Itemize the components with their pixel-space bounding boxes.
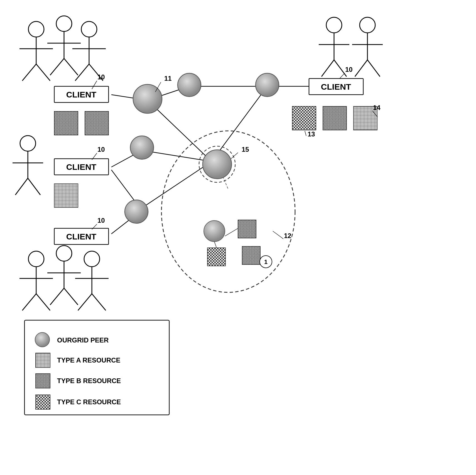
svg-line-81 [36, 64, 50, 81]
svg-rect-33 [207, 248, 225, 266]
svg-text:13: 13 [308, 130, 315, 138]
svg-line-91 [89, 64, 103, 81]
svg-point-38 [133, 84, 162, 113]
diagram-container: 1 11 15 12 CLIENT 10 CLIENT [0, 0, 476, 475]
svg-text:1: 1 [264, 258, 268, 265]
svg-line-116 [334, 60, 347, 77]
svg-rect-127 [36, 374, 50, 388]
svg-text:15: 15 [242, 146, 249, 153]
svg-rect-31 [238, 220, 256, 238]
svg-line-66 [340, 73, 345, 79]
svg-line-95 [15, 178, 28, 195]
svg-line-90 [75, 64, 89, 81]
svg-line-101 [36, 294, 50, 310]
svg-point-41 [130, 136, 154, 159]
svg-point-117 [360, 17, 375, 33]
svg-line-19 [111, 170, 136, 203]
svg-point-82 [56, 16, 72, 31]
svg-text:TYPE A RESOURCE: TYPE A RESOURCE [57, 356, 121, 364]
svg-text:11: 11 [164, 75, 172, 82]
svg-line-50 [273, 231, 283, 239]
svg-text:10: 10 [97, 146, 105, 153]
svg-line-74 [305, 131, 306, 136]
svg-line-111 [92, 294, 106, 310]
svg-point-30 [204, 221, 225, 242]
svg-line-115 [322, 60, 334, 77]
network-diagram-svg: 1 11 15 12 CLIENT 10 CLIENT [0, 0, 476, 475]
svg-text:TYPE B RESOURCE: TYPE B RESOURCE [57, 377, 121, 385]
svg-line-106 [64, 288, 78, 305]
svg-rect-71 [323, 106, 347, 130]
svg-line-96 [28, 178, 40, 195]
svg-line-120 [355, 60, 367, 77]
svg-line-121 [367, 60, 380, 77]
svg-point-42 [125, 200, 148, 223]
svg-text:CLIENT: CLIENT [66, 90, 96, 99]
svg-text:14: 14 [373, 104, 381, 111]
svg-rect-70 [292, 106, 316, 130]
svg-text:10: 10 [345, 66, 353, 73]
svg-rect-67 [54, 111, 78, 135]
svg-text:10: 10 [97, 217, 105, 224]
svg-line-24 [136, 161, 212, 212]
svg-rect-125 [36, 353, 50, 368]
svg-point-43 [178, 73, 201, 97]
svg-point-107 [84, 251, 100, 267]
svg-point-92 [20, 136, 36, 151]
svg-text:OURGRID PEER: OURGRID PEER [57, 336, 109, 344]
svg-point-44 [256, 73, 279, 97]
svg-line-34 [214, 242, 217, 248]
svg-point-77 [28, 21, 44, 37]
svg-point-87 [81, 21, 97, 37]
svg-point-112 [326, 17, 342, 33]
svg-point-45 [203, 150, 232, 179]
svg-line-35 [225, 228, 238, 236]
svg-text:TYPE C RESOURCE: TYPE C RESOURCE [57, 398, 121, 406]
svg-point-102 [56, 246, 72, 261]
svg-text:10: 10 [97, 73, 105, 81]
svg-rect-68 [85, 111, 109, 135]
svg-point-123 [35, 332, 50, 347]
svg-line-100 [22, 294, 36, 310]
svg-line-48 [231, 153, 238, 159]
svg-text:12: 12 [284, 232, 291, 239]
svg-rect-32 [242, 246, 260, 265]
svg-rect-129 [36, 395, 50, 409]
svg-line-110 [78, 294, 92, 310]
svg-line-86 [64, 58, 78, 75]
svg-rect-69 [54, 184, 78, 207]
svg-line-105 [50, 288, 64, 305]
svg-line-80 [22, 64, 36, 81]
svg-text:CLIENT: CLIENT [321, 82, 351, 91]
svg-text:CLIENT: CLIENT [66, 232, 96, 241]
svg-text:CLIENT: CLIENT [66, 162, 96, 172]
svg-line-85 [50, 58, 64, 75]
svg-point-97 [28, 251, 44, 267]
